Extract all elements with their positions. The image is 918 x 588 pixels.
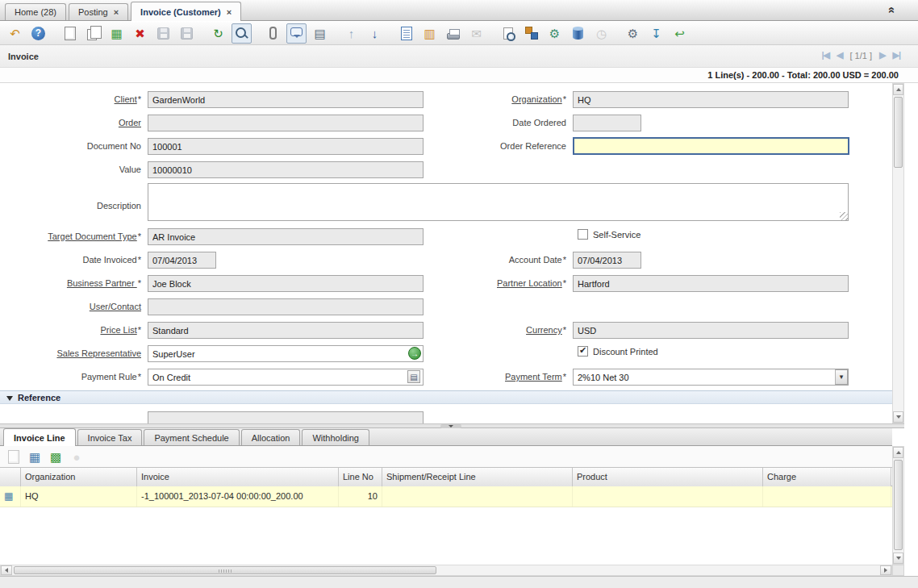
parent-record-icon[interactable]: ↑ [341, 23, 361, 44]
user-contact-label[interactable]: User/Contact [0, 302, 141, 311]
sales-rep-zoom-icon[interactable] [408, 347, 421, 360]
order-reference-field[interactable] [573, 137, 849, 155]
account-date-field[interactable] [573, 252, 641, 269]
delete-record-icon[interactable]: ✖ [130, 23, 150, 44]
scroll-left-button[interactable] [1, 565, 12, 575]
discount-printed-checkbox[interactable] [578, 346, 588, 357]
detail-tab-invoice-line[interactable]: Invoice Line [3, 428, 76, 446]
detail-vertical-scrollbar[interactable] [892, 446, 904, 565]
document-no-field[interactable] [148, 138, 424, 155]
partner-location-label[interactable]: Partner Location* [428, 278, 566, 288]
product-info-icon[interactable] [568, 23, 588, 44]
column-header-shipment-receipt-line[interactable]: Shipment/Receipt Line [382, 468, 573, 486]
report-icon[interactable] [396, 23, 416, 44]
organization-label[interactable]: Organization* [428, 94, 566, 104]
csv-import-icon[interactable]: ▦ [106, 23, 127, 44]
reference-section-header[interactable]: Reference [0, 390, 892, 404]
column-header-organization[interactable]: Organization [21, 468, 137, 486]
business-partner-label[interactable]: Business Partner * [0, 278, 141, 288]
partner-location-field[interactable] [573, 275, 849, 292]
column-header-charge[interactable]: Charge [763, 468, 891, 486]
window-tab-invoice-customer[interactable]: Invoice (Customer)× [131, 2, 241, 21]
scroll-down-button[interactable] [893, 553, 903, 564]
order-label[interactable]: Order [0, 118, 141, 127]
new-record-icon[interactable] [60, 23, 80, 44]
archive-icon[interactable]: ▥ [419, 23, 440, 44]
print-preview-icon[interactable] [498, 23, 518, 44]
detail-tab-payment-schedule[interactable]: Payment Schedule [144, 429, 239, 445]
clipped-field[interactable] [148, 411, 424, 423]
export-icon[interactable]: ↧ [646, 23, 666, 44]
hscrollbar-thumb[interactable] [14, 566, 436, 574]
value-field[interactable] [148, 161, 424, 178]
payment-term-label[interactable]: Payment Term* [428, 372, 566, 382]
column-header-invoice[interactable]: Invoice [137, 468, 339, 486]
refresh-icon[interactable]: ↻ [208, 23, 228, 44]
column-header-product[interactable]: Product [573, 468, 763, 486]
horizontal-scrollbar[interactable] [0, 565, 892, 576]
detail-tab-allocation[interactable]: Allocation [241, 429, 301, 445]
scroll-down-button[interactable] [893, 411, 903, 423]
close-tab-icon[interactable]: × [114, 8, 119, 16]
refresh-line-icon[interactable]: ● [68, 448, 86, 465]
requests-icon[interactable]: ◷ [591, 23, 611, 44]
close-tab-icon[interactable]: × [227, 8, 232, 16]
client-field[interactable] [148, 91, 424, 108]
business-partner-field[interactable] [148, 275, 424, 292]
payment-term-dropdown-arrow[interactable] [835, 369, 848, 385]
window-tab-home-28[interactable]: Home (28) [5, 3, 66, 20]
user-contact-field[interactable] [148, 298, 424, 315]
print-icon[interactable] [443, 23, 463, 44]
last-record-button[interactable]: ▶| [892, 50, 900, 60]
process-icon[interactable]: ⚙ [623, 23, 643, 44]
find-icon[interactable] [232, 23, 252, 44]
new-line-icon[interactable] [5, 448, 23, 465]
detail-tab-invoice-tax[interactable]: Invoice Tax [77, 429, 143, 445]
zoom-across-icon[interactable] [521, 23, 541, 44]
scroll-up-button[interactable] [893, 84, 903, 95]
sales-representative-field[interactable] [148, 345, 424, 362]
payment-rule-field[interactable] [148, 369, 424, 386]
description-field[interactable] [148, 183, 849, 221]
scroll-up-button[interactable] [893, 447, 903, 458]
save-create-icon[interactable] [177, 23, 197, 44]
payment-term-field[interactable] [573, 369, 849, 386]
window-tab-posting[interactable]: Posting× [69, 3, 128, 20]
payment-rule-editor-icon[interactable] [407, 370, 420, 383]
email-icon[interactable]: ✉ [466, 23, 486, 44]
detail-scrollbar-thumb[interactable] [894, 460, 903, 550]
form-scrollbar-thumb[interactable] [894, 97, 903, 168]
form-vertical-scrollbar[interactable] [892, 83, 904, 423]
date-ordered-field[interactable] [573, 115, 641, 131]
save-line-icon[interactable]: ▩ [47, 448, 65, 465]
target-document-type-label[interactable]: Target Document Type* [0, 231, 141, 241]
save-icon[interactable] [153, 23, 173, 44]
currency-field[interactable] [573, 322, 849, 339]
currency-label[interactable]: Currency* [428, 325, 566, 335]
workflow-icon[interactable]: ⚙ [545, 23, 565, 44]
chat-icon[interactable] [286, 23, 307, 44]
help-icon[interactable] [28, 23, 48, 44]
column-header-line-no[interactable]: Line No [339, 468, 382, 486]
first-record-button[interactable]: |◀ [821, 50, 829, 60]
date-invoiced-field[interactable] [148, 252, 216, 269]
organization-field[interactable] [573, 91, 849, 108]
scroll-right-button[interactable] [880, 565, 891, 575]
resize-grip-icon[interactable] [840, 212, 848, 220]
price-list-field[interactable] [148, 322, 424, 339]
detail-tab-withholding[interactable]: Withholding [302, 429, 369, 445]
self-service-checkbox[interactable] [578, 229, 588, 240]
row-edit-icon[interactable]: ▦ [4, 490, 13, 502]
target-document-type-field[interactable] [148, 228, 424, 245]
order-field[interactable] [148, 115, 424, 131]
price-list-label[interactable]: Price List* [0, 325, 141, 335]
grid-toggle-icon[interactable]: ▤ [310, 23, 330, 44]
previous-record-button[interactable]: ◀ [837, 50, 842, 60]
grid-edit-icon[interactable]: ▦ [26, 448, 44, 465]
column-header-icon[interactable] [0, 468, 21, 486]
ignore-changes-icon[interactable]: ↶ [5, 23, 25, 44]
sales-representative-label[interactable]: Sales Representative [0, 348, 141, 358]
attachment-icon[interactable] [263, 23, 283, 44]
table-row[interactable]: ▦HQ-1_100001_2013-07-04 00:00:00_200.001… [0, 486, 892, 507]
detail-record-icon[interactable]: ↓ [365, 23, 385, 44]
